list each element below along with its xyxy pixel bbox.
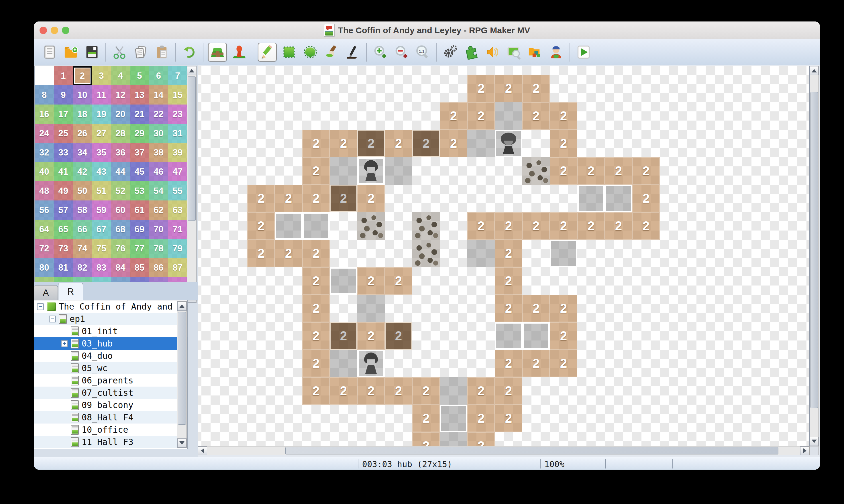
region-2[interactable]: 2 (467, 102, 495, 130)
resource-manager-button[interactable] (526, 43, 544, 61)
tree-scroll-down-button[interactable] (177, 438, 187, 448)
region-2[interactable]: 2 (440, 130, 467, 157)
sprite-girl[interactable] (357, 350, 385, 377)
gray-tile[interactable] (467, 240, 495, 267)
region-cell-44[interactable]: 44 (111, 162, 130, 181)
region-2[interactable]: 2 (302, 267, 330, 295)
flood-fill-tool-button[interactable] (322, 43, 340, 61)
region-cell-22[interactable]: 22 (149, 105, 168, 124)
region-cell-58[interactable]: 58 (73, 200, 92, 220)
region-cell-86[interactable]: 86 (149, 258, 168, 277)
region-cell-81[interactable]: 81 (54, 258, 73, 277)
region-cell-17[interactable]: 17 (54, 105, 73, 124)
region-cell-61[interactable]: 61 (130, 200, 149, 220)
region-cell-7[interactable]: 7 (168, 66, 187, 85)
region-2[interactable]: 2 (412, 432, 440, 446)
canvas-scroll-left-button[interactable] (198, 447, 207, 455)
region-2[interactable]: 2 (550, 212, 577, 240)
region-cell-76[interactable]: 76 (111, 239, 130, 258)
region-2[interactable]: 2 (632, 212, 660, 240)
region-2[interactable]: 2 (495, 212, 522, 240)
texture-tile[interactable] (412, 212, 440, 240)
region-2-dark[interactable]: 2 (385, 322, 412, 350)
region-2[interactable]: 2 (522, 102, 550, 130)
region-cell-85[interactable]: 85 (130, 258, 149, 277)
region-2[interactable]: 2 (550, 295, 577, 322)
region-cell-5[interactable]: 5 (130, 66, 149, 85)
region-2[interactable]: 2 (577, 157, 605, 185)
region-2[interactable]: 2 (550, 350, 577, 377)
region-cell-6[interactable]: 6 (149, 66, 168, 85)
gray-tile-bordered[interactable] (275, 212, 302, 240)
region-cell-32[interactable]: 32 (35, 143, 54, 162)
tree-item-04_duo[interactable]: 04_duo (34, 350, 188, 362)
region-2[interactable]: 2 (550, 322, 577, 350)
region-cell-16[interactable]: 16 (35, 105, 54, 124)
gray-tile-bordered[interactable] (495, 322, 522, 350)
region-2[interactable]: 2 (550, 157, 577, 185)
region-cell-14[interactable]: 14 (149, 85, 168, 105)
region-cell-59[interactable]: 59 (92, 200, 111, 220)
playtest-button[interactable] (575, 43, 593, 61)
gray-tile[interactable] (330, 157, 357, 185)
region-2[interactable]: 2 (330, 377, 357, 404)
region-cell-56[interactable]: 56 (35, 200, 54, 220)
region-cell-67[interactable]: 67 (92, 220, 111, 239)
region-cell-78[interactable]: 78 (149, 239, 168, 258)
region-cell-42[interactable]: 42 (73, 162, 92, 181)
region-cell-60[interactable]: 60 (111, 200, 130, 220)
region-cell-35[interactable]: 35 (92, 143, 111, 162)
tree-scroll-thumb[interactable] (178, 312, 186, 425)
title-bar[interactable]: The Coffin of Andy and Leyley - RPG Make… (34, 21, 820, 39)
region-2[interactable]: 2 (495, 267, 522, 295)
texture-tile[interactable] (412, 240, 440, 267)
tree-item-The_Coffin_of_Andy_and_Leyley[interactable]: −The Coffin of Andy and Leyley (34, 300, 188, 313)
region-2[interactable]: 2 (522, 295, 550, 322)
region-cell-9[interactable]: 9 (54, 85, 73, 105)
region-cell-24[interactable]: 24 (35, 124, 54, 143)
tree-item-ep1[interactable]: −ep1 (34, 313, 188, 325)
region-2[interactable]: 2 (330, 130, 357, 157)
texture-tile[interactable] (522, 157, 550, 185)
region-cell-36[interactable]: 36 (111, 143, 130, 162)
region-2[interactable]: 2 (247, 185, 275, 212)
region-cell-37[interactable]: 37 (130, 143, 149, 162)
region-cell-1[interactable]: 1 (54, 66, 73, 85)
region-cell-68[interactable]: 68 (111, 220, 130, 239)
region-cell-71[interactable]: 71 (168, 220, 187, 239)
region-2-dark[interactable]: 2 (330, 322, 357, 350)
zoom-actual-size-button[interactable]: 1:1 (414, 43, 432, 61)
region-2[interactable]: 2 (632, 185, 660, 212)
region-cell-48[interactable]: 48 (35, 181, 54, 200)
region-cell-55[interactable]: 55 (168, 181, 187, 200)
region-cell-49[interactable]: 49 (54, 181, 73, 200)
gray-tile[interactable] (495, 102, 522, 130)
region-cell-30[interactable]: 30 (149, 124, 168, 143)
region-cell-70[interactable]: 70 (149, 220, 168, 239)
region-2[interactable]: 2 (495, 377, 522, 404)
region-cell-34[interactable]: 34 (73, 143, 92, 162)
tree-scroll-up-button[interactable] (177, 302, 187, 311)
tree-item-11_Hall_F3[interactable]: 11_Hall F3 (34, 436, 188, 448)
copy-button[interactable] (132, 43, 150, 61)
tree-item-05_wc[interactable]: 05_wc (34, 362, 188, 374)
gray-tile[interactable] (330, 350, 357, 377)
region-2[interactable]: 2 (495, 75, 522, 102)
region-2[interactable]: 2 (275, 185, 302, 212)
region-cell-50[interactable]: 50 (73, 181, 92, 200)
tree-item-01_init[interactable]: 01_init (34, 325, 188, 337)
open-project-button[interactable] (62, 43, 80, 61)
region-cell-79[interactable]: 79 (168, 239, 187, 258)
new-project-button[interactable] (41, 43, 58, 61)
character-generator-button[interactable] (547, 43, 565, 61)
region-cell-77[interactable]: 77 (130, 239, 149, 258)
region-2[interactable]: 2 (302, 322, 330, 350)
paste-button[interactable] (153, 43, 171, 61)
region-cell-46[interactable]: 46 (149, 162, 168, 181)
region-2[interactable]: 2 (495, 240, 522, 267)
region-cell-83[interactable]: 83 (92, 258, 111, 277)
map-canvas[interactable]: 2222222222222222222222222222222222222222… (198, 66, 810, 446)
tab-region-r[interactable]: R (58, 283, 83, 300)
region-2[interactable]: 2 (495, 350, 522, 377)
palette-scrollbar[interactable] (187, 66, 196, 303)
